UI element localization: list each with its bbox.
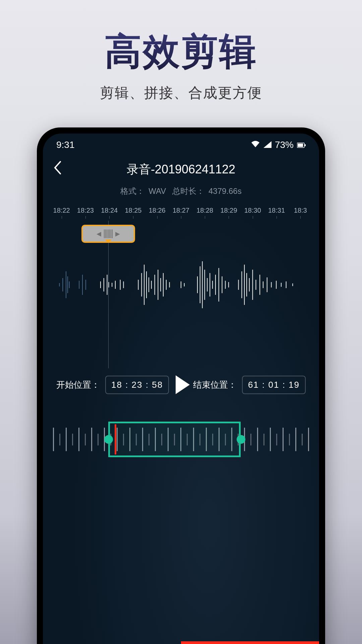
play-button[interactable] xyxy=(176,375,190,394)
page-title: 录音-201906241122 xyxy=(53,161,309,178)
timeline-tick: 18:29 xyxy=(217,207,241,214)
chevron-left-icon: ◀ xyxy=(97,230,101,237)
app-bar: 录音-201906241122 xyxy=(43,154,319,182)
range-selection[interactable] xyxy=(108,422,241,457)
svg-rect-1 xyxy=(298,144,303,147)
format-label: 格式： xyxy=(120,186,144,196)
wifi-icon xyxy=(251,140,260,150)
scrub-handle[interactable]: ◀ ▶ xyxy=(81,225,135,243)
file-meta: 格式：WAV 总时长：4379.66s xyxy=(43,186,319,197)
svg-rect-2 xyxy=(305,144,306,146)
duration-label: 总时长： xyxy=(172,186,204,196)
chevron-right-icon: ▶ xyxy=(115,230,120,237)
status-time: 9:31 xyxy=(56,140,75,150)
timeline-tick: 18:3 xyxy=(289,207,312,214)
timeline-tick: 18:22 xyxy=(50,207,73,214)
playback-controls: 开始位置： 18 : 23 : 58 结束位置： 61 : 01 : 19 xyxy=(43,375,319,394)
timeline-tick: 18:28 xyxy=(193,207,217,214)
timeline-tick: 18:27 xyxy=(169,207,193,214)
timeline-tick: 18:26 xyxy=(145,207,169,214)
range-handle-start[interactable] xyxy=(104,435,113,444)
timeline-tick: 18:24 xyxy=(98,207,121,214)
range-handle-end[interactable] xyxy=(237,435,245,444)
timeline-tick: 18:25 xyxy=(121,207,145,214)
cut-selection-button[interactable]: 剪取选中段 xyxy=(43,641,181,644)
grip-icon xyxy=(104,229,113,238)
bottom-actions: 剪取选中段 删除选中段 xyxy=(43,641,319,644)
delete-selection-button[interactable]: 删除选中段 xyxy=(181,641,319,644)
waveform[interactable] xyxy=(43,241,319,328)
format-value: WAV xyxy=(148,186,166,196)
start-time-input[interactable]: 18 : 23 : 58 xyxy=(105,376,169,394)
timeline-tick: 18:30 xyxy=(241,207,264,214)
range-slider[interactable] xyxy=(53,418,309,461)
timeline-tick: 18:23 xyxy=(73,207,97,214)
promo-subtitle: 剪辑、拼接、合成更方便 xyxy=(0,84,362,102)
status-bar: 9:31 73% xyxy=(43,133,319,154)
start-label: 开始位置： xyxy=(56,379,100,391)
duration-value: 4379.66s xyxy=(208,186,242,196)
battery-icon xyxy=(297,140,306,150)
promo-title: 高效剪辑 xyxy=(0,27,362,77)
phone-frame: 9:31 73% 录音-201906241122 格式：WAV xyxy=(37,127,325,644)
end-label: 结束位置： xyxy=(193,379,237,391)
timeline-tick: 18:31 xyxy=(264,207,288,214)
end-time-input[interactable]: 61 : 01 : 19 xyxy=(242,376,306,394)
phone-screen: 9:31 73% 录音-201906241122 格式：WAV xyxy=(43,133,319,644)
waveform-svg xyxy=(50,241,312,328)
range-cursor[interactable] xyxy=(115,424,116,454)
battery-percent: 73% xyxy=(275,140,294,150)
signal-icon xyxy=(263,140,272,150)
timeline-ruler[interactable]: 18:22 18:23 18:24 18:25 18:26 18:27 18:2… xyxy=(43,207,319,214)
